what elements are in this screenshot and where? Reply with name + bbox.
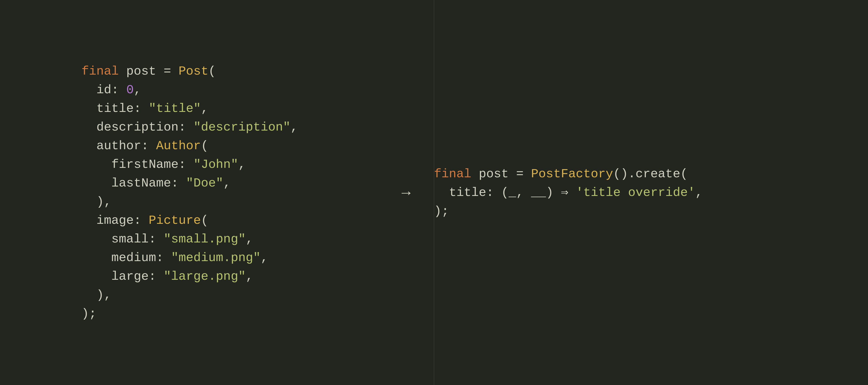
code-token <box>82 102 96 116</box>
code-token: : <box>134 214 149 227</box>
code-token <box>82 139 96 153</box>
code-token: 0 <box>126 83 134 97</box>
code-token: Author <box>156 139 201 153</box>
code-token: = <box>156 64 178 78</box>
code-token <box>82 158 111 171</box>
code-token: , <box>201 102 209 116</box>
code-token: "medium.png" <box>171 251 261 265</box>
code-token: "Doe" <box>186 176 223 190</box>
code-token: ); <box>82 307 96 321</box>
code-token <box>82 176 111 190</box>
code-token: firstName <box>111 158 178 171</box>
code-token: "small.png" <box>164 232 246 246</box>
right-code-pane: final post = PostFactory().create( title… <box>352 0 868 385</box>
code-token <box>471 167 479 181</box>
code-token: : <box>156 251 171 265</box>
code-token <box>119 64 126 78</box>
code-token: author <box>96 139 141 153</box>
code-token: "description" <box>193 120 290 134</box>
code-token: , <box>695 186 703 200</box>
code-token: post <box>479 167 508 181</box>
code-token: , <box>246 232 253 246</box>
code-token: final <box>434 167 471 181</box>
code-token: post <box>126 64 156 78</box>
code-token: title <box>449 186 486 200</box>
code-token: = <box>508 167 531 181</box>
code-token: Picture <box>149 214 201 227</box>
code-token: image <box>96 214 134 227</box>
code-token: "title" <box>149 102 201 116</box>
code-token: ), <box>82 195 111 209</box>
code-token: medium <box>111 251 156 265</box>
code-token: description <box>96 120 179 134</box>
code-token: 'title override' <box>576 186 695 200</box>
code-token: : <box>179 120 194 134</box>
code-token: : <box>141 139 156 153</box>
right-code-block: final post = PostFactory().create( title… <box>434 165 703 221</box>
code-token <box>82 214 96 227</box>
code-token <box>82 232 111 246</box>
code-token: , <box>238 158 246 171</box>
code-token: id <box>96 83 112 97</box>
code-token: ( <box>201 139 209 153</box>
code-token: ); <box>434 204 449 218</box>
arrow-right-icon: → <box>399 184 414 201</box>
code-token <box>82 269 111 283</box>
code-token: , <box>260 251 268 265</box>
code-token: ), <box>82 288 111 302</box>
code-token: , <box>134 83 141 97</box>
code-token: : <box>171 176 186 190</box>
code-token: PostFactory <box>531 167 613 181</box>
code-token <box>434 186 449 200</box>
code-token: : <box>149 232 164 246</box>
code-token: : <box>179 158 194 171</box>
code-token <box>82 120 96 134</box>
code-token: , <box>246 269 253 283</box>
code-token: "John" <box>193 158 238 171</box>
code-token: , <box>223 176 231 190</box>
code-token: ( <box>201 214 209 227</box>
code-token: "large.png" <box>164 269 246 283</box>
left-code-block: final post = Post( id: 0, title: "title"… <box>82 62 298 323</box>
code-token: : <box>111 83 126 97</box>
code-token: Post <box>179 64 209 78</box>
code-token: ( <box>209 64 216 78</box>
code-token: small <box>111 232 149 246</box>
code-token: lastName <box>111 176 171 190</box>
code-token <box>82 83 96 97</box>
code-token <box>82 251 111 265</box>
code-token: title <box>96 102 134 116</box>
code-token: : <box>149 269 164 283</box>
code-token: : (_, __) ⇒ <box>486 186 576 200</box>
code-token: : <box>134 102 149 116</box>
code-token: final <box>82 64 119 78</box>
code-token: large <box>111 269 149 283</box>
code-token: ().create( <box>613 167 688 181</box>
code-token: , <box>290 120 298 134</box>
